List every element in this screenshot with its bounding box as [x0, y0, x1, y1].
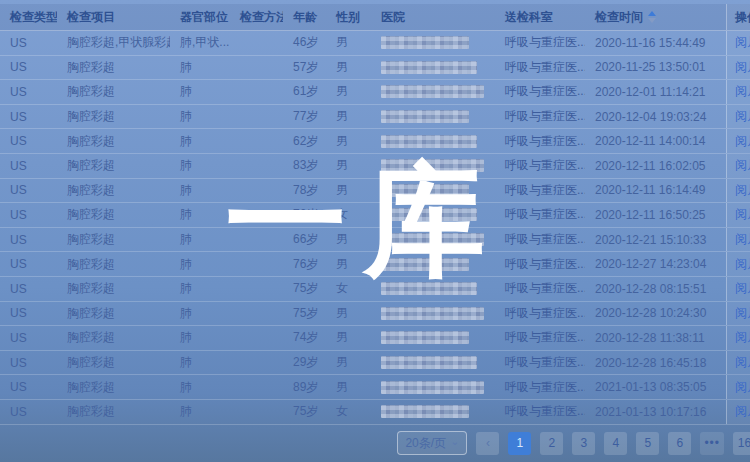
organ-part-cell-value: 肺: [180, 206, 192, 223]
exam-project-cell-value: 胸腔彩超: [67, 157, 115, 174]
page-button-3[interactable]: 3: [572, 432, 595, 455]
page-button-5[interactable]: 5: [636, 432, 659, 455]
more-pages-button[interactable]: •••: [700, 432, 724, 455]
department-cell-value: 呼吸与重症医...: [505, 379, 585, 396]
age-cell-value: 57岁: [293, 59, 318, 76]
exam-project-cell-value: 胸腔彩超: [67, 305, 115, 322]
read-film-link[interactable]: 阅片: [735, 182, 750, 199]
read-film-link[interactable]: 阅片: [735, 59, 750, 76]
gender-cell-value: 男: [336, 182, 348, 199]
hospital-redacted-blur: [381, 331, 469, 344]
page-button-4[interactable]: 4: [604, 432, 627, 455]
hospital-cell: [371, 400, 495, 424]
department-cell-value: 呼吸与重症医...: [505, 133, 585, 150]
age-cell: 83岁: [283, 154, 326, 178]
exam-method-cell: [230, 375, 283, 399]
read-film-link[interactable]: 阅片: [735, 403, 750, 420]
exam-type-cell: US: [0, 252, 57, 276]
read-film-link[interactable]: 阅片: [735, 280, 750, 297]
column-header-9[interactable]: 检查时间: [585, 4, 726, 30]
table-row: US胸腔彩超肺76岁男呼吸与重症医...2020-12-27 14:23:04阅…: [0, 252, 750, 277]
department-cell-value: 呼吸与重症医...: [505, 108, 585, 125]
gender-cell-value: 男: [336, 379, 348, 396]
sort-ascending-icon[interactable]: [648, 11, 656, 16]
exam-method-cell: [230, 154, 283, 178]
exam-type-cell-value: US: [10, 233, 27, 247]
exam-method-cell: [230, 56, 283, 80]
organ-part-cell-value: 肺: [180, 403, 192, 420]
page-size-select[interactable]: 20条/页 ⌄: [397, 431, 467, 455]
read-film-link[interactable]: 阅片: [735, 231, 750, 248]
page-button-6[interactable]: 6: [668, 432, 691, 455]
table-row: US胸腔彩超肺74岁男呼吸与重症医...2020-12-28 11:38:11阅…: [0, 326, 750, 351]
age-cell-value: 76岁: [293, 256, 318, 273]
read-film-link[interactable]: 阅片: [735, 329, 750, 346]
organ-part-cell-value: 肺: [180, 329, 192, 346]
action-cell: 阅片: [726, 31, 750, 55]
age-cell-value: 75岁: [293, 280, 318, 297]
page-button-1[interactable]: 1: [508, 432, 531, 455]
hospital-redacted-blur: [381, 233, 484, 246]
read-film-link[interactable]: 阅片: [735, 34, 750, 51]
organ-part-cell-value: 肺: [180, 305, 192, 322]
exam-method-cell: [230, 326, 283, 350]
exam-project-cell: 胸腔彩超: [57, 203, 170, 227]
read-film-link[interactable]: 阅片: [735, 157, 750, 174]
read-film-link[interactable]: 阅片: [735, 256, 750, 273]
age-cell-value: 83岁: [293, 157, 318, 174]
exam-table: 检查类型检查项目器官部位检查方法年龄性别医院送检科室检查时间操作 US胸腔彩超,…: [0, 0, 750, 425]
read-film-link[interactable]: 阅片: [735, 354, 750, 371]
sort-descending-icon[interactable]: [648, 18, 656, 23]
read-film-link[interactable]: 阅片: [735, 133, 750, 150]
gender-cell-value: 女: [336, 206, 348, 223]
exam-type-cell-value: US: [10, 85, 27, 99]
department-cell: 呼吸与重症医...: [495, 80, 585, 104]
read-film-link[interactable]: 阅片: [735, 379, 750, 396]
sort-caret-icon[interactable]: [648, 11, 656, 23]
exam-project-cell: 胸腔彩超: [57, 154, 170, 178]
prev-page-button[interactable]: ‹: [476, 432, 499, 455]
read-film-link[interactable]: 阅片: [735, 206, 750, 223]
read-film-link[interactable]: 阅片: [735, 305, 750, 322]
exam-time-cell: 2020-12-11 16:02:05: [585, 154, 726, 178]
age-cell-value: 29岁: [293, 354, 318, 371]
department-cell: 呼吸与重症医...: [495, 326, 585, 350]
organ-part-cell: 肺,甲状...: [170, 31, 230, 55]
exam-type-cell: US: [0, 31, 57, 55]
gender-cell-value: 男: [336, 108, 348, 125]
gender-cell-value: 男: [336, 34, 348, 51]
age-cell-value: 78岁: [293, 182, 318, 199]
exam-method-cell: [230, 228, 283, 252]
age-cell-value: 61岁: [293, 83, 318, 100]
page-button-2[interactable]: 2: [540, 432, 563, 455]
organ-part-cell-value: 肺: [180, 280, 192, 297]
organ-part-cell-value: 肺,甲状...: [180, 34, 229, 51]
column-header-label: 检查时间: [595, 9, 643, 26]
exam-method-cell: [230, 351, 283, 375]
exam-project-cell: 胸腔彩超: [57, 277, 170, 301]
exam-project-cell-value: 胸腔彩超: [67, 108, 115, 125]
gender-cell: 男: [326, 80, 371, 104]
last-page-button[interactable]: 16: [733, 432, 750, 455]
hospital-redacted-blur: [381, 61, 477, 74]
organ-part-cell: 肺: [170, 80, 230, 104]
organ-part-cell-value: 肺: [180, 108, 192, 125]
department-cell: 呼吸与重症医...: [495, 203, 585, 227]
read-film-link[interactable]: 阅片: [735, 108, 750, 125]
exam-type-cell: US: [0, 129, 57, 153]
gender-cell: 男: [326, 56, 371, 80]
action-cell: 阅片: [726, 277, 750, 301]
organ-part-cell: 肺: [170, 129, 230, 153]
read-film-link[interactable]: 阅片: [735, 83, 750, 100]
exam-time-cell-value: 2021-01-13 10:17:16: [595, 405, 706, 419]
gender-cell-value: 女: [336, 280, 348, 297]
exam-type-cell: US: [0, 326, 57, 350]
age-cell-value: 76岁: [293, 206, 318, 223]
exam-time-cell: 2020-12-27 14:23:04: [585, 252, 726, 276]
table-row: US胸腔彩超肺61岁男呼吸与重症医...2020-12-01 11:14:21阅…: [0, 80, 750, 105]
table-row: US胸腔彩超肺83岁男呼吸与重症医...2020-12-11 16:02:05阅…: [0, 154, 750, 179]
exam-project-cell: 胸腔彩超: [57, 129, 170, 153]
action-cell: 阅片: [726, 400, 750, 424]
hospital-cell: [371, 228, 495, 252]
exam-project-cell-value: 胸腔彩超: [67, 231, 115, 248]
